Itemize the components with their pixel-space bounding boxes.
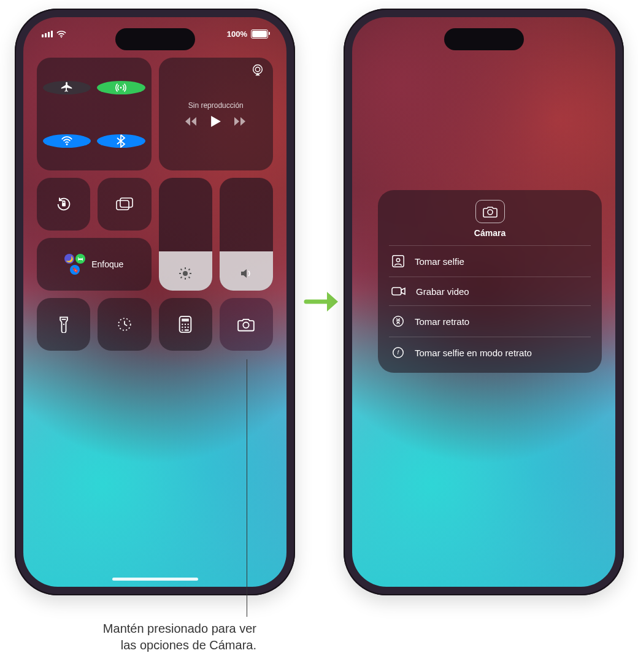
callout-leader-line [247,359,247,617]
focus-button[interactable]: 🌙 🛏 🔖 Enfoque [37,238,152,291]
svg-point-17 [63,324,64,325]
screen-right: Cámara Tomar selfie Grabar video f Tomar… [352,17,615,587]
camera-icon [237,317,255,332]
camera-icon [475,200,505,223]
airplay-icon[interactable] [251,64,264,79]
cellular-button[interactable] [97,81,145,94]
svg-point-2 [66,143,68,145]
option-label: Tomar selfie [415,256,464,267]
svg-point-22 [185,324,186,325]
focus-label: Enfoque [91,259,123,269]
svg-rect-6 [117,200,129,210]
svg-rect-28 [185,329,189,330]
airplane-mode-button[interactable] [43,81,91,94]
iphone-right: Cámara Tomar selfie Grabar video f Tomar… [344,9,624,595]
svg-text:f: f [398,350,399,356]
svg-point-8 [183,271,188,276]
brightness-icon [178,266,193,281]
next-track-icon[interactable] [234,116,247,126]
svg-rect-33 [392,288,401,295]
portrait-selfie-icon: f [391,346,405,359]
screen-mirroring-icon [115,197,134,212]
camera-popup-title: Cámara [378,228,602,238]
svg-point-26 [188,327,189,328]
selfie-icon [391,254,405,268]
option-label: Tomar selfie en modo retrato [415,348,532,358]
wifi-icon [56,31,66,38]
svg-point-4 [255,67,259,72]
calculator-button[interactable] [159,298,212,351]
cellular-icon [114,81,128,94]
airplane-icon [60,81,74,94]
svg-point-30 [488,210,493,215]
svg-point-1 [120,86,122,88]
svg-point-0 [61,36,62,37]
wifi-button[interactable] [43,134,91,148]
now-playing-tile[interactable]: Sin reproducción [159,58,274,170]
play-icon[interactable] [211,116,221,127]
rotation-lock-button[interactable] [37,178,90,231]
battery-percent: 100% [227,29,247,39]
svg-rect-5 [62,203,66,207]
volume-icon [239,266,253,281]
portrait-icon: f [391,315,405,328]
tag-icon: 🔖 [70,265,80,275]
dynamic-island [115,28,195,50]
svg-line-14 [189,277,190,278]
svg-line-13 [181,269,182,270]
svg-rect-20 [182,319,189,322]
svg-line-15 [181,277,182,278]
svg-point-25 [185,327,186,328]
brightness-slider[interactable] [159,178,212,291]
callout-caption: Mantén presionado para ver las opciones … [48,620,256,654]
svg-point-23 [188,324,189,325]
svg-point-24 [182,327,183,328]
control-center: Sin reproducción [37,58,273,351]
bluetooth-icon [115,134,127,148]
option-label: Tomar retrato [415,316,469,327]
bluetooth-button[interactable] [97,134,145,148]
wifi-icon [60,134,74,148]
now-playing-label: Sin reproducción [188,101,244,110]
rotation-lock-icon [55,196,72,213]
camera-option-selfie-portrait[interactable]: f Tomar selfie en modo retrato [389,337,591,368]
previous-track-icon[interactable] [185,116,198,126]
camera-option-portrait[interactable]: f Tomar retrato [389,305,591,337]
figure-stage: 100% [0,0,638,672]
camera-options-popup: Cámara Tomar selfie Grabar video f Tomar… [378,190,602,373]
calculator-icon [179,316,192,333]
svg-point-3 [253,65,263,74]
camera-option-selfie[interactable]: Tomar selfie [389,245,591,277]
screen-mirroring-button[interactable] [98,178,151,231]
camera-option-video[interactable]: Grabar video [389,277,591,305]
timer-button[interactable] [98,298,151,351]
svg-point-29 [244,323,249,328]
volume-slider[interactable] [220,178,273,291]
svg-point-21 [182,324,183,325]
moon-icon: 🌙 [64,254,74,264]
dynamic-island [444,28,524,50]
flashlight-button[interactable] [37,298,90,351]
video-icon [391,286,406,297]
arrow-right-icon [304,288,339,315]
svg-point-32 [396,258,400,262]
bed-icon: 🛏 [75,254,85,264]
flashlight-icon [58,316,69,333]
cellular-signal-icon [42,31,53,37]
iphone-left: 100% [15,9,295,595]
svg-line-16 [189,269,190,270]
option-label: Grabar video [416,286,469,297]
connectivity-tile[interactable] [37,58,152,170]
timer-icon [117,316,133,332]
svg-rect-7 [120,198,133,207]
camera-button[interactable] [220,298,273,351]
battery-icon [251,29,268,39]
svg-point-27 [182,329,183,330]
home-indicator[interactable] [112,578,198,581]
svg-rect-31 [393,256,404,267]
